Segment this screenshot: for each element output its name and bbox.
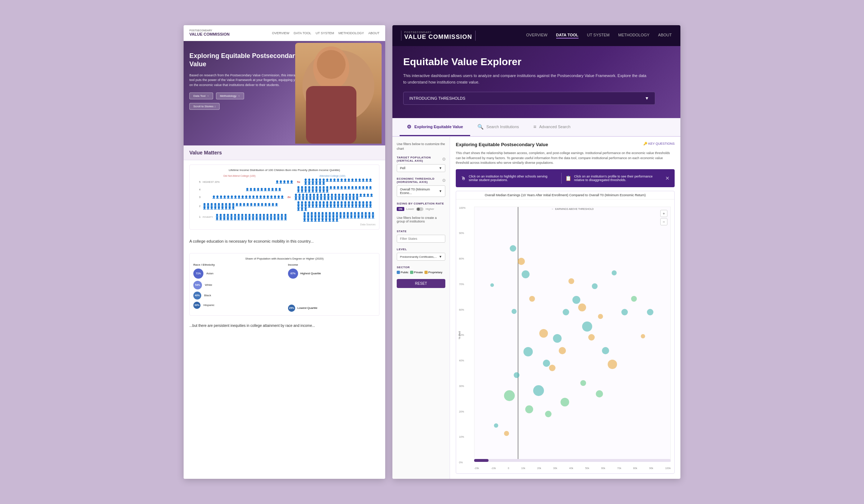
tab-search-institutions[interactable]: 🔍 Search Institutions xyxy=(470,118,526,136)
bubble-scatter-gr2[interactable] xyxy=(525,405,533,413)
target-pop-select[interactable]: Pell ▼ xyxy=(397,164,445,172)
right-nav-methodology[interactable]: METHODOLOGY xyxy=(618,33,649,39)
income-high: 67% Highest Quartile xyxy=(288,269,321,279)
left-nav-datatool[interactable]: DATA TOOL xyxy=(294,31,311,35)
isotype-row-3: 3 👤👤👤👤👤👤👤👤👤👤👤👤👤👤👤👤👤👤👤👤 2x 👤👤👤👤👤👤👤👤👤👤👤👤👤👤… xyxy=(193,194,375,200)
bubble-scatter-13[interactable] xyxy=(602,347,609,354)
main-content: Use filters below to customize the chart… xyxy=(392,137,680,479)
econ-threshold-chevron-icon: ▼ xyxy=(439,189,442,193)
race-col-label: Race / Ethnicity xyxy=(193,263,281,266)
bubble-scatter-10[interactable] xyxy=(572,296,580,304)
chart-canvas[interactable]: → EARNINGS ABOVE THRESHOLD xyxy=(474,207,671,462)
bubble-scatter-g4[interactable] xyxy=(549,365,555,371)
right-nav-about[interactable]: ABOUT xyxy=(658,33,672,39)
bubble-scatter-s4[interactable] xyxy=(631,296,637,302)
left-nav-about[interactable]: ABOUT xyxy=(368,31,379,35)
left-nav-utsystem[interactable]: UT SYSTEM xyxy=(316,31,334,35)
bubble-scatter-3[interactable] xyxy=(512,309,517,314)
bubble-scatter-gr4[interactable] xyxy=(561,398,569,406)
bubble-scatter-5[interactable] xyxy=(514,372,519,378)
scatter-container: Overall Median Earnings (10 Years After … xyxy=(456,191,675,474)
private-checkbox-icon[interactable] xyxy=(410,271,413,274)
bubble-scatter-g6[interactable] xyxy=(568,278,574,284)
bubble-scatter-14[interactable] xyxy=(612,270,617,275)
sector-checkboxes: Public Private Proprietary xyxy=(397,271,445,274)
bubble-scatter-s5[interactable] xyxy=(641,334,645,338)
bubble-scatter-g9[interactable] xyxy=(598,314,603,319)
tab-exploring[interactable]: ⚙ Exploring Equitable Value xyxy=(400,118,470,136)
right-nav-overview[interactable]: OVERVIEW xyxy=(526,33,548,39)
x-axis-labels: -20k -10k 0 10k 20k 30k 40k 50k 60k 70k … xyxy=(474,467,671,469)
bubble-scatter-gr5[interactable] xyxy=(580,380,586,386)
bubble-scatter-gr1[interactable] xyxy=(504,390,515,401)
bubble-scatter-s3[interactable] xyxy=(490,283,494,287)
hint-right: 📋 Click on an institution's profile to s… xyxy=(565,175,662,182)
methodology-button[interactable]: Methodology → xyxy=(216,93,244,99)
sector-public[interactable]: Public xyxy=(397,271,409,274)
bubble-chart-title: Share of Population with Associate's Deg… xyxy=(193,257,375,260)
econ-threshold-info-icon: ⓘ xyxy=(442,179,446,183)
left-nav-methodology[interactable]: METHODOLOGY xyxy=(338,31,364,35)
group-filters-label: Use filters below to create a group of i… xyxy=(397,216,445,223)
income-col: Income 67% Highest Quartile 29% Lowest Q… xyxy=(288,263,375,312)
proprietary-checkbox-icon[interactable] xyxy=(424,271,428,274)
toggle-switch[interactable] xyxy=(416,207,423,211)
threshold-dropdown[interactable]: INTRODUCING THRESHOLDS ▼ xyxy=(403,92,655,105)
bubble-scatter-g2[interactable] xyxy=(529,296,535,302)
sector-group: SECTOR Public Private Proprietary xyxy=(397,266,445,274)
scroll-stories-button[interactable]: Scroll to Stories ↓ xyxy=(189,103,220,110)
bubble-scatter-2[interactable] xyxy=(522,270,530,278)
bubble-scatter-g10[interactable] xyxy=(608,360,617,369)
key-icon: 🔑 xyxy=(643,142,647,145)
econ-threshold-select[interactable]: Overall T0 (Minimum Econo... ▼ xyxy=(397,185,445,197)
bubble-scatter-9[interactable] xyxy=(563,309,569,315)
bubble-scatter-7[interactable] xyxy=(543,360,550,367)
bubble-scatter-g7[interactable] xyxy=(578,303,586,311)
click-icon: 🖱 xyxy=(461,175,466,181)
bubble-scatter-s1[interactable] xyxy=(494,423,498,428)
hint-banner: 🖱 Click on an institution to highlight o… xyxy=(456,169,675,187)
x-scrollbar-thumb[interactable] xyxy=(474,459,489,462)
bubble-scatter-s6[interactable] xyxy=(647,309,653,315)
x-scrollbar[interactable] xyxy=(474,459,671,462)
bubble-scatter-g8[interactable] xyxy=(588,334,595,341)
key-questions-link[interactable]: 🔑 KEY QUESTIONS xyxy=(643,142,675,145)
hint-close-button[interactable]: ✕ xyxy=(665,175,670,181)
tab-advanced-label: Advanced Search xyxy=(539,125,571,129)
tab-advanced-search[interactable]: ≡ Advanced Search xyxy=(526,118,578,136)
bubble-scatter-g5[interactable] xyxy=(559,347,566,354)
bubble-scatter-12[interactable] xyxy=(592,283,598,289)
bubble-scatter-s2[interactable] xyxy=(504,431,509,436)
bubble-scatter-8[interactable] xyxy=(553,334,562,343)
sector-private[interactable]: Private xyxy=(410,271,423,274)
bubble-scatter-g3[interactable] xyxy=(539,329,548,338)
right-nav-datatool[interactable]: DATA TOOL xyxy=(556,33,579,39)
right-nav-utsystem[interactable]: UT SYSTEM xyxy=(587,33,610,39)
bubble-scatter-gr6[interactable] xyxy=(596,390,603,397)
chart-desc: This chart shows the relationship betwee… xyxy=(456,151,675,166)
level-select[interactable]: Predominantly Certificates,... ▼ xyxy=(397,253,445,261)
sector-proprietary[interactable]: Proprietary xyxy=(424,271,442,274)
bubble-scatter-11[interactable] xyxy=(582,321,592,332)
level-chevron-icon: ▼ xyxy=(439,255,442,258)
state-input[interactable] xyxy=(397,235,445,243)
bubble-scatter-g1[interactable] xyxy=(518,258,525,265)
toggle-on[interactable]: ON xyxy=(397,207,404,211)
hero-image-overlay xyxy=(270,41,385,145)
right-logo: POSTSECONDARY VALUE COMMISSION xyxy=(401,31,476,41)
bubble-scatter-6[interactable] xyxy=(533,385,544,396)
data-tool-button[interactable]: Data Tool → xyxy=(189,93,213,99)
bubble-scatter-1[interactable] xyxy=(510,245,516,252)
zoom-in-button[interactable]: + xyxy=(660,210,667,217)
left-nav: POSTSECONDARY VALUE COMMISSION OVERVIEW … xyxy=(184,25,385,41)
public-checkbox-icon[interactable] xyxy=(397,271,400,274)
bubble-scatter-gr3[interactable] xyxy=(545,411,552,417)
isotype-chart-title: Lifetime Income Distribution of 100 Chil… xyxy=(193,168,375,172)
bubble-scatter-15[interactable] xyxy=(621,309,628,315)
text-block-2: ...but there are persistent inequities i… xyxy=(189,321,379,330)
reset-button[interactable]: RESET xyxy=(397,279,445,288)
bubble-asian: 71% Asian xyxy=(193,269,281,279)
left-nav-overview[interactable]: OVERVIEW xyxy=(272,31,289,35)
bubble-scatter-4[interactable] xyxy=(523,347,533,356)
zoom-out-button[interactable]: − xyxy=(660,218,667,225)
